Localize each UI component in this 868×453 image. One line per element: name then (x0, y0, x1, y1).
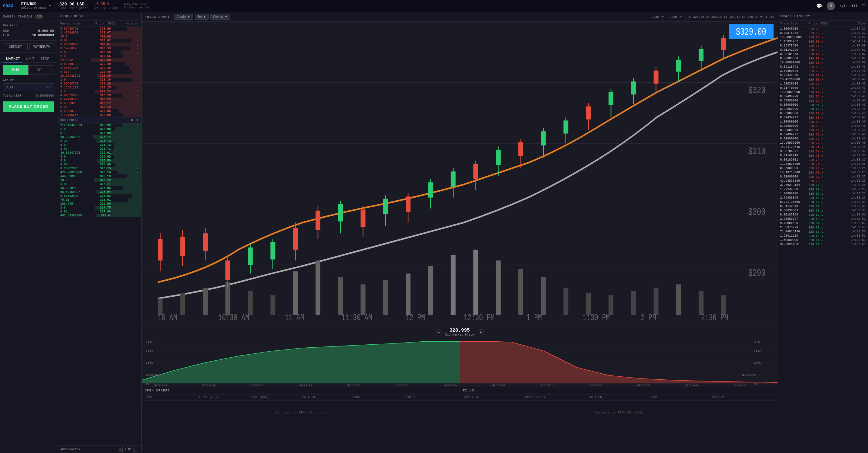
bid-row[interactable]: 2.8 327.75 - (57, 206, 141, 210)
ask-row[interactable]: 0.02 329.62 - (57, 39, 141, 43)
amount-input[interactable] (3, 84, 43, 91)
ask-row[interactable]: 22.5992 329.50 - (57, 58, 141, 62)
bid-row[interactable]: 5.0 328.98 - (57, 128, 141, 131)
agg-increase-button[interactable]: + (133, 447, 138, 452)
trade-history-row[interactable]: 53.91736660 328.62 ↘ 14:34:34 (778, 200, 868, 204)
place-order-button[interactable]: PLACE BUY ORDER (3, 102, 54, 112)
trade-history-row[interactable]: 1.98630136 329.00 ↗ 14:33:46 (778, 82, 868, 86)
trade-history-row[interactable]: 0.00184855 328.99 ↗ 14:34:07 (778, 52, 868, 56)
trade-history-row[interactable]: 1.00000000 328.89 ↗ 14:33:46 (778, 120, 868, 124)
trade-history-row[interactable]: 0.01770000 329.00 ↗ 14:33:46 (778, 86, 868, 90)
trade-history-row[interactable]: 0.01000000 328.73 ↗ 14:33:25 (778, 175, 868, 179)
tab-stop[interactable]: STOP (37, 55, 53, 62)
trade-history-row[interactable]: 0.03000000 328.80 ↗ 14:33:46 (778, 128, 868, 133)
bid-row[interactable]: 492.59395900 327.6 - (57, 214, 141, 217)
ask-row[interactable]: 20.0 329.66 - (57, 35, 141, 39)
trade-history-row[interactable]: 9.70856525 328.62 ↘ 14:32:53 (778, 221, 868, 225)
ask-row[interactable]: 0.878 329.40 - (57, 70, 141, 74)
trade-history-row[interactable]: 1.50000000 328.61 ↘ 14:32:51 (778, 238, 868, 242)
ask-row[interactable]: 3.05 329.58 - (57, 50, 141, 54)
bid-row[interactable]: 55.59359307 328.04 - (57, 190, 141, 194)
chart-type-button[interactable]: Candle ▼ (174, 14, 193, 20)
ask-row[interactable]: 10.09438798 329.39 - (57, 74, 141, 78)
withdraw-button[interactable]: WITHDRAW (30, 43, 54, 50)
bid-row[interactable]: 446.81835 328.13 - (57, 174, 141, 178)
bid-row[interactable]: 8.58222866 328.15 - (57, 167, 141, 171)
trade-history-row[interactable]: 71.04916156 328.62 ↘ 14:32:53 (778, 230, 868, 234)
bid-row[interactable]: 5.0 328.72 - (57, 143, 141, 147)
bid-row[interactable]: 16.86647663 328.61 - (57, 151, 141, 155)
menu-icon[interactable]: ☰ (862, 4, 865, 8)
ask-row[interactable]: 4.87875228 329.20 - (57, 93, 141, 97)
trade-history-row[interactable]: 1.00000000 328.62 ↘ 14:33:25 (778, 192, 868, 196)
ask-row[interactable]: 5.09438798 329.69 - (57, 27, 141, 31)
trade-history-row[interactable]: 0.05000000 328.73 ↗ 14:33:25 (778, 166, 868, 171)
trade-history-row[interactable]: 15.44129546 328.74 ↗ 14:33:46 (778, 145, 868, 149)
ask-row[interactable]: 0.09438798 329.49 - (57, 62, 141, 66)
bid-row[interactable]: 0.01 327.69 - (57, 210, 141, 214)
margin-toggle[interactable]: OFF (35, 15, 43, 19)
trade-history-row[interactable]: 0.15378500 329.00 ↗ 14:34:08 (778, 44, 868, 48)
bid-row[interactable]: 75.01 328.01 - (57, 198, 141, 202)
ask-row[interactable]: 3.00000000 329.61 - (57, 43, 141, 47)
trade-history-row[interactable]: 0.00185069 328.62 ↘ 14:33:01 (778, 213, 868, 217)
overlay-button[interactable]: Overlay ▼ (210, 14, 230, 20)
deposit-button[interactable]: DEPOSIT (3, 43, 28, 50)
bid-row[interactable]: 46.0848448 328.05 - (57, 186, 141, 190)
trade-history-row[interactable]: 0.00030303 328.62 ↘ 14:33:35 (778, 208, 868, 213)
ask-row[interactable]: 0.09438798 329.09 - (57, 109, 141, 113)
bid-row[interactable]: 0.01 328.11 - (57, 182, 141, 186)
trade-history-row[interactable]: 1.53411129 328.62 ↘ 14:32:51 (778, 234, 868, 238)
bid-row[interactable]: 10.0 328.12 - (57, 178, 141, 182)
trade-history-row[interactable]: 3.63650689 329.00 ↗ 14:33:46 (778, 69, 868, 73)
agg-decrease-button[interactable]: − (118, 447, 123, 452)
trade-history-row[interactable]: 0.03000000 328.80 ↗ 14:33:46 (778, 124, 868, 128)
trade-history-row[interactable]: 1.82649619 329.00 ↗ 14:34:22 (778, 27, 868, 31)
trade-history-row[interactable]: 37.68219134 328.70 ↘ 14:33:25 (778, 183, 868, 188)
ask-row[interactable]: 1.0 329.30 - (57, 78, 141, 82)
trade-history-row[interactable]: 10.10710700 328.73 ↗ 14:33:25 (778, 171, 868, 175)
ask-row[interactable]: 0.455693 329.17 - (57, 102, 141, 105)
ask-row[interactable]: 0.19958798 329.59 - (57, 47, 141, 50)
trade-history-row[interactable]: 11.39875369 328.74 ↗ 14:33:35 (778, 162, 868, 166)
trade-history-row[interactable]: 9.77449070 329.00 ↗ 14:33:46 (778, 73, 868, 78)
select-product[interactable]: Select product (22, 6, 47, 10)
trade-history-row[interactable]: 3.38784097 328.74 ↗ 14:33:46 (778, 149, 868, 153)
bid-row[interactable]: 60.88856000 328.74 - (57, 135, 141, 139)
bid-row[interactable]: 8.58562995 328.02 - (57, 194, 141, 198)
trade-history-row[interactable]: 1.29246330 328.62 ↘ 14:33:25 (778, 188, 868, 192)
bid-row[interactable]: 0.1 328.90 - (57, 131, 141, 135)
chat-icon[interactable]: 💬 (816, 3, 822, 9)
trade-history-row[interactable]: 0.01000000 328.79 ↗ 14:33:46 (778, 137, 868, 141)
trade-history-row[interactable]: 2.75403340 328.62 ↘ 14:33:25 (778, 196, 868, 200)
ask-row[interactable]: 4.17135266 329.00 - (57, 113, 141, 117)
trade-history-row[interactable]: 10.00000000 328.99 ↗ 14:33:46 (778, 90, 868, 94)
tab-market[interactable]: MARKET (3, 55, 23, 62)
trade-history-row[interactable]: 0.05000000 328.90 ↗ 14:33:46 (778, 111, 868, 116)
zoom-out-button[interactable]: − (435, 329, 441, 335)
ask-row[interactable]: 1.06691201 329.45 - (57, 66, 141, 70)
ask-row[interactable]: 0.2 329.22 - (57, 90, 141, 93)
zoom-in-button[interactable]: + (478, 329, 484, 335)
trade-history-row[interactable]: 2.73053397 328.62 ↘ 14:33:01 (778, 217, 868, 221)
bid-row[interactable]: 426.20031900 328.14 - (57, 171, 141, 174)
timeframe-button[interactable]: 5m ▼ (195, 14, 209, 20)
ask-row[interactable]: 1.0 329.55 - (57, 54, 141, 58)
trade-history-row[interactable]: 0.09118541 329.00 ↗ 14:33:46 (778, 65, 868, 69)
ask-row[interactable]: 1.42734668 329.67 - (57, 31, 141, 35)
trade-history-row[interactable]: 42.93533349 328.73 ↗ 14:33:25 (778, 179, 868, 183)
bid-row[interactable]: 112.13463333 328.99 - (57, 123, 141, 128)
ask-row[interactable]: 0.01 329.12 - (57, 105, 141, 109)
tab-limit[interactable]: LIMIT (23, 55, 37, 62)
pair-info[interactable]: ETH/USD Select product ▼ (18, 2, 55, 10)
buy-button[interactable]: BUY (3, 65, 28, 75)
bid-row[interactable]: 2.0 328.50 - (57, 159, 141, 163)
trade-history-row[interactable]: 0.60500000 328.99 ↗ 14:33:46 (778, 99, 868, 103)
sell-button[interactable]: SELL (28, 65, 54, 75)
trade-history-row[interactable]: 10.41760000 329.00 ↗ 14:33:46 (778, 78, 868, 82)
trade-history-row[interactable]: 17.98992856 328.77 ↗ 14:33:46 (778, 141, 868, 145)
trade-history-row[interactable]: 1.18931957 329.00 ↗ 14:34:14 (778, 39, 868, 44)
bid-row[interactable]: 0.25 328.73 - (57, 139, 141, 143)
bid-row[interactable]: 3.61 328.71 - (57, 147, 141, 151)
trade-history-row[interactable]: 0.00185001 328.74 ↗ 14:33:35 (778, 158, 868, 162)
